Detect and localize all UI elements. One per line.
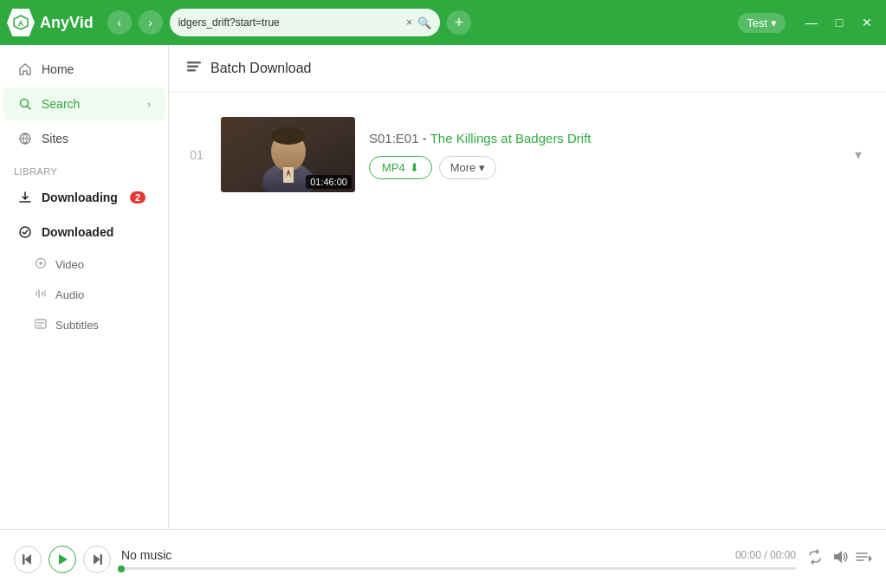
downloaded-icon xyxy=(17,224,33,240)
svg-marker-33 xyxy=(869,555,872,562)
video-duration: 01:46:00 xyxy=(306,175,352,189)
back-button[interactable]: ‹ xyxy=(107,10,132,35)
video-thumbnail: 01:46:00 xyxy=(221,117,355,192)
progress-bar[interactable] xyxy=(121,567,796,570)
sidebar-item-downloading[interactable]: Downloading 2 xyxy=(3,181,165,214)
player-bar: No music 00:00 / 00:00 xyxy=(0,529,886,588)
next-button[interactable] xyxy=(83,546,111,573)
svg-line-3 xyxy=(28,107,31,110)
sidebar: Home Search › Sites xyxy=(0,45,169,529)
svg-marker-28 xyxy=(94,554,100,565)
search-arrow-icon: › xyxy=(147,99,151,109)
progress-dot xyxy=(118,565,125,572)
player-controls xyxy=(14,546,111,573)
user-menu-button[interactable]: Test ▾ xyxy=(738,13,786,33)
content-area: Batch Download 01 xyxy=(169,45,886,529)
chevron-down-icon: ▾ xyxy=(479,161,485,174)
close-button[interactable]: ✕ xyxy=(855,10,879,35)
player-extras xyxy=(806,548,872,570)
player-time: 00:00 / 00:00 xyxy=(735,549,796,561)
volume-button[interactable] xyxy=(831,548,848,570)
address-bar[interactable]: idgers_drift?start=true × 🔍 xyxy=(170,9,440,36)
video-item: 01 xyxy=(186,107,869,203)
sidebar-item-home[interactable]: Home xyxy=(3,53,165,86)
content-body: 01 xyxy=(169,93,886,529)
svg-text:A: A xyxy=(18,19,24,28)
minimize-button[interactable]: — xyxy=(799,10,824,35)
playlist-button[interactable] xyxy=(855,548,872,570)
player-song-title: No music xyxy=(121,548,171,562)
sidebar-item-search[interactable]: Search › xyxy=(3,87,165,120)
svg-rect-13 xyxy=(187,66,198,68)
svg-rect-12 xyxy=(187,61,201,64)
svg-rect-9 xyxy=(36,320,46,328)
app-name: AnyVid xyxy=(40,14,94,32)
player-meta: No music 00:00 / 00:00 xyxy=(121,548,796,562)
svg-rect-14 xyxy=(187,69,196,72)
video-title: S01:E01 - The Killings at Badgers Drift xyxy=(369,131,834,145)
svg-marker-29 xyxy=(834,551,842,563)
address-text: idgers_drift?start=true xyxy=(178,16,401,29)
forward-button[interactable]: › xyxy=(139,10,163,35)
video-actions: MP4 ⬇ More ▾ xyxy=(369,156,834,179)
video-info: S01:E01 - The Killings at Badgers Drift … xyxy=(369,131,834,179)
video-number: 01 xyxy=(186,148,207,162)
play-button[interactable] xyxy=(49,546,76,573)
sidebar-item-downloaded[interactable]: Downloaded xyxy=(3,216,165,249)
expand-button[interactable]: ▾ xyxy=(848,139,869,170)
sites-icon xyxy=(17,131,33,146)
svg-marker-26 xyxy=(59,554,68,565)
mp4-download-button[interactable]: MP4 ⬇ xyxy=(369,156,432,179)
subtitles-icon xyxy=(35,318,47,333)
batch-download-title: Batch Download xyxy=(210,61,312,76)
titlebar: A AnyVid ‹ › idgers_drift?start=true × 🔍… xyxy=(0,0,886,45)
repeat-button[interactable] xyxy=(806,548,824,570)
svg-rect-24 xyxy=(23,554,25,565)
download-icon xyxy=(17,190,33,205)
svg-point-19 xyxy=(271,127,306,145)
app-logo-icon: A xyxy=(7,9,35,36)
search-sidebar-icon xyxy=(17,96,33,112)
home-icon xyxy=(17,61,33,77)
svg-marker-8 xyxy=(40,262,44,266)
video-title-text: The Killings at Badgers Drift xyxy=(430,131,592,145)
sidebar-item-subtitles[interactable]: Subtitles xyxy=(3,311,165,339)
search-icon[interactable]: 🔍 xyxy=(417,16,431,29)
app-logo: A AnyVid xyxy=(7,9,94,36)
prev-button[interactable] xyxy=(14,546,42,573)
library-section-label: Library xyxy=(0,156,168,180)
more-options-button[interactable]: More ▾ xyxy=(439,156,497,179)
svg-marker-25 xyxy=(25,554,32,565)
maximize-button[interactable]: □ xyxy=(827,10,851,35)
downloading-badge: 2 xyxy=(130,191,146,204)
video-episode: S01:E01 xyxy=(369,131,419,145)
window-controls: — □ ✕ xyxy=(799,10,879,35)
content-header: Batch Download xyxy=(169,45,886,93)
main-layout: Home Search › Sites xyxy=(0,45,886,529)
video-item-expand: ▾ xyxy=(848,139,869,170)
batch-icon xyxy=(186,59,202,78)
new-tab-button[interactable]: + xyxy=(447,10,471,35)
sidebar-item-audio[interactable]: Audio xyxy=(3,281,165,309)
download-arrow-icon: ⬇ xyxy=(410,161,419,174)
close-tab-icon[interactable]: × xyxy=(406,16,412,29)
sidebar-item-video[interactable]: Video xyxy=(3,250,165,279)
svg-rect-27 xyxy=(100,554,103,565)
video-icon xyxy=(35,257,47,272)
sidebar-item-sites[interactable]: Sites xyxy=(3,122,165,155)
player-info: No music 00:00 / 00:00 xyxy=(121,548,796,570)
audio-icon xyxy=(35,288,47,302)
